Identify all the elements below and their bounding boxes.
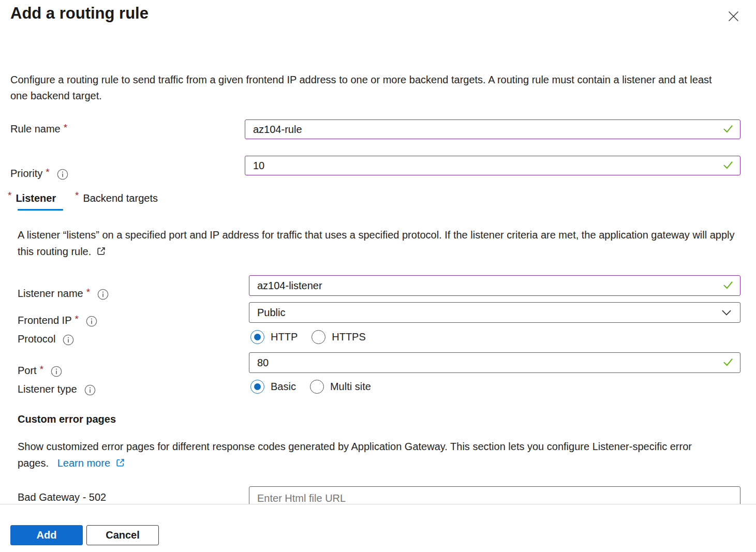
bad-gateway-label-row: Bad Gateway - 502 xyxy=(18,491,106,503)
listener-name-label-row: Listener name* xyxy=(18,288,109,300)
custom-error-pages-description: Show customized error pages for differen… xyxy=(18,438,717,471)
close-button[interactable] xyxy=(722,5,744,27)
listener-type-label: Listener type xyxy=(18,383,77,395)
listener-type-label-row: Listener type xyxy=(18,383,96,395)
learn-more-link[interactable]: Learn more xyxy=(57,457,110,469)
required-asterisk: * xyxy=(75,190,79,201)
listener-type-multisite-radio[interactable] xyxy=(310,380,324,394)
protocol-radio-group: HTTP HTTPS xyxy=(250,330,380,344)
active-tab-underline xyxy=(18,209,63,211)
page-title: Add a routing rule xyxy=(10,4,149,23)
frontend-ip-selected-value: Public xyxy=(257,307,285,319)
listener-description: A listener “listens” on a specified port… xyxy=(18,227,738,260)
protocol-label-row: Protocol xyxy=(18,333,74,345)
bad-gateway-url-input[interactable] xyxy=(249,486,740,504)
add-button[interactable]: Add xyxy=(10,525,83,545)
listener-name-label: Listener name xyxy=(18,288,83,300)
listener-type-radio-group: Basic Multi site xyxy=(250,380,385,394)
protocol-https-radio[interactable] xyxy=(312,330,325,344)
required-asterisk: * xyxy=(64,122,67,133)
external-link-icon[interactable] xyxy=(115,458,125,468)
listener-type-multisite-label[interactable]: Multi site xyxy=(330,381,371,393)
radio-dot xyxy=(254,383,261,390)
protocol-https-label[interactable]: HTTPS xyxy=(332,331,366,343)
rule-name-input[interactable] xyxy=(245,120,740,139)
required-asterisk: * xyxy=(86,287,90,298)
rule-name-label: Rule name xyxy=(10,123,61,135)
tab-backend-targets-label: Backend targets xyxy=(83,191,158,205)
dialog-content: Add a routing rule Configure a routing r… xyxy=(0,0,756,504)
tab-listener-label: Listener xyxy=(16,191,56,205)
info-icon[interactable] xyxy=(97,289,109,300)
listener-type-basic-label[interactable]: Basic xyxy=(271,381,296,393)
listener-type-basic-radio[interactable] xyxy=(250,380,264,394)
port-input[interactable] xyxy=(249,352,740,373)
bad-gateway-fieldwrap xyxy=(249,486,740,504)
required-asterisk: * xyxy=(46,167,49,178)
priority-label: Priority xyxy=(10,168,42,180)
frontend-ip-select[interactable]: Public xyxy=(249,302,740,323)
protocol-http-label[interactable]: HTTP xyxy=(271,331,298,343)
frontend-ip-fieldwrap: Public xyxy=(249,302,740,323)
port-fieldwrap xyxy=(249,352,740,373)
info-icon[interactable] xyxy=(84,384,96,396)
info-icon[interactable] xyxy=(51,366,62,377)
port-label-row: Port* xyxy=(18,365,62,377)
cancel-button[interactable]: Cancel xyxy=(86,525,159,545)
required-asterisk: * xyxy=(40,364,43,375)
required-asterisk: * xyxy=(75,314,79,325)
radio-dot xyxy=(254,334,261,340)
tab-listener[interactable]: * Listener xyxy=(9,191,56,205)
listener-name-input[interactable] xyxy=(249,275,740,296)
rule-name-label-row: Rule name* xyxy=(10,123,67,135)
info-icon[interactable] xyxy=(63,334,74,346)
rule-name-fieldwrap xyxy=(245,120,740,139)
listener-description-text: A listener “listens” on a specified port… xyxy=(18,229,735,257)
frontend-ip-label-row: Frontend IP* xyxy=(18,315,97,326)
info-icon[interactable] xyxy=(86,316,97,327)
dialog-intro-text: Configure a routing rule to send traffic… xyxy=(10,72,719,104)
port-label: Port xyxy=(18,365,37,377)
external-link-icon[interactable] xyxy=(96,246,106,256)
priority-input[interactable] xyxy=(245,156,740,175)
protocol-label: Protocol xyxy=(18,333,55,345)
priority-label-row: Priority* xyxy=(10,168,68,180)
close-icon xyxy=(727,9,740,23)
bad-gateway-label: Bad Gateway - 502 xyxy=(18,491,106,503)
info-icon[interactable] xyxy=(57,169,68,180)
dialog-footer: Add Cancel xyxy=(0,504,756,552)
tab-backend-targets[interactable]: * Backend targets xyxy=(77,191,158,205)
priority-fieldwrap xyxy=(245,156,740,175)
frontend-ip-label: Frontend IP xyxy=(18,315,72,326)
required-asterisk: * xyxy=(8,190,11,201)
listener-name-fieldwrap xyxy=(249,275,740,296)
add-routing-rule-dialog: Add a routing rule Configure a routing r… xyxy=(0,0,756,552)
custom-error-pages-heading: Custom error pages xyxy=(18,413,116,425)
protocol-http-radio[interactable] xyxy=(250,330,264,344)
